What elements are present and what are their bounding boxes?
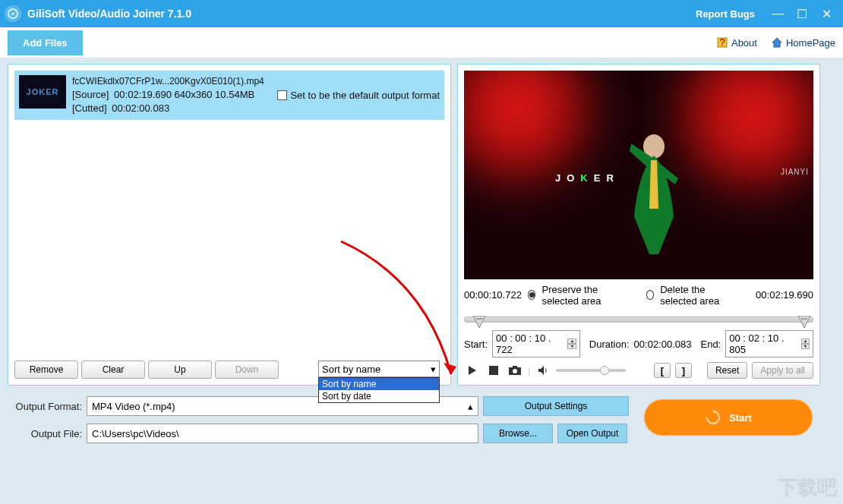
sort-option-name[interactable]: Sort by name <box>319 378 439 390</box>
toolbar: Add Files ? About HomePage <box>0 27 843 58</box>
chevron-up-icon: ▴ <box>468 401 473 412</box>
start-spin-down[interactable]: ▾ <box>567 344 576 349</box>
delete-label: Delete the selected area <box>660 284 744 307</box>
about-link[interactable]: ? About <box>716 36 757 49</box>
reset-button[interactable]: Reset <box>707 362 747 379</box>
mark-out-button[interactable]: ] <box>675 363 692 378</box>
about-label: About <box>731 37 757 49</box>
add-files-button[interactable]: Add Files <box>8 30 83 55</box>
remove-button[interactable]: Remove <box>14 361 78 379</box>
svg-rect-5 <box>489 366 498 375</box>
preview-figure <box>616 125 692 269</box>
report-bugs-link[interactable]: Report Bugs <box>696 8 755 20</box>
home-icon <box>771 36 783 49</box>
minimize-button[interactable]: — <box>766 7 790 20</box>
apply-all-button[interactable]: Apply to all <box>752 362 813 379</box>
play-button[interactable] <box>464 363 481 378</box>
preview-watermark: JIANYI <box>781 168 809 176</box>
start-marker[interactable] <box>472 316 487 329</box>
output-format-label: Output Format: <box>8 401 82 412</box>
refresh-icon <box>705 409 721 426</box>
end-label: End: <box>700 339 721 350</box>
start-button[interactable]: Start <box>644 399 813 436</box>
homepage-link[interactable]: HomePage <box>771 36 835 49</box>
file-thumbnail: JOKER <box>19 75 66 109</box>
file-name: fcCWIEkdlx07CFrP1w...200KgvX0E010(1).mp4 <box>72 75 271 88</box>
volume-slider[interactable] <box>556 369 626 372</box>
app-logo-icon <box>5 5 21 22</box>
preview-panel: JOKER JIANYI 00:00:10.722 Preserve the s… <box>457 64 820 386</box>
start-label: Start <box>729 412 752 424</box>
svg-text:?: ? <box>719 36 725 48</box>
sort-option-date[interactable]: Sort by date <box>319 390 439 402</box>
end-spin-down[interactable]: ▾ <box>801 344 810 349</box>
start-spin-up[interactable]: ▴ <box>567 339 576 344</box>
timeline-end-time: 00:02:19.690 <box>756 289 813 301</box>
browse-button[interactable]: Browse... <box>483 424 553 443</box>
end-time-input[interactable]: 00 : 02 : 10 . 805▴▾ <box>725 330 813 358</box>
duration-value: 00:02:00.083 <box>634 339 692 350</box>
start-time-input[interactable]: 00 : 00 : 10 . 722▴▾ <box>492 330 580 358</box>
end-spin-up[interactable]: ▴ <box>801 339 810 344</box>
app-title: GiliSoft Video/Audio Joiner 7.1.0 <box>27 8 191 20</box>
titlebar: GiliSoft Video/Audio Joiner 7.1.0 Report… <box>0 0 843 27</box>
page-watermark: 下载吧 <box>778 474 837 501</box>
preserve-label: Preserve the selected area <box>541 284 633 307</box>
output-file-value: C:\Users\pc\Videos\ <box>92 428 179 439</box>
svg-rect-7 <box>513 366 517 368</box>
sort-selected-label: Sort by name <box>322 364 380 375</box>
file-item[interactable]: JOKER fcCWIEkdlx07CFrP1w...200KgvX0E010(… <box>14 71 444 120</box>
up-button[interactable]: Up <box>148 361 212 379</box>
stop-button[interactable] <box>485 363 502 378</box>
default-format-checkbox[interactable] <box>277 90 287 100</box>
volume-knob[interactable] <box>600 366 609 375</box>
output-settings-button[interactable]: Output Settings <box>483 396 629 416</box>
homepage-label: HomePage <box>786 37 835 49</box>
file-list-panel: JOKER fcCWIEkdlx07CFrP1w...200KgvX0E010(… <box>8 64 451 386</box>
close-button[interactable]: ✕ <box>814 7 838 21</box>
about-icon: ? <box>716 36 728 49</box>
sort-dropdown: Sort by name Sort by date <box>318 377 440 403</box>
open-output-button[interactable]: Open Output <box>557 424 627 443</box>
output-format-value: MP4 Video (*.mp4) <box>92 401 175 412</box>
end-marker[interactable] <box>797 316 812 329</box>
volume-icon[interactable] <box>535 363 551 378</box>
file-source-line: [Source] 00:02:19.690 640x360 10.54MB <box>72 88 271 102</box>
svg-point-8 <box>513 369 517 373</box>
delete-radio[interactable] <box>646 290 655 300</box>
maximize-button[interactable]: ☐ <box>790 7 814 21</box>
timeline-track[interactable] <box>464 310 813 329</box>
output-file-label: Output File: <box>8 428 82 439</box>
output-file-input[interactable]: C:\Users\pc\Videos\ <box>87 424 478 443</box>
mark-in-button[interactable]: [ <box>654 363 671 378</box>
chevron-down-icon: ▾ <box>431 364 436 375</box>
sort-select[interactable]: Sort by name ▾ <box>318 361 440 377</box>
file-cutted-line: [Cutted] 00:02:00.083 <box>72 102 271 115</box>
clear-button[interactable]: Clear <box>81 361 145 379</box>
start-label: Start: <box>464 339 488 350</box>
video-preview[interactable]: JOKER JIANYI <box>464 71 813 279</box>
down-button[interactable]: Down <box>215 361 279 379</box>
preview-overlay-text: JOKER <box>555 153 620 189</box>
svg-point-1 <box>12 13 14 15</box>
timeline-start-time: 00:00:10.722 <box>464 289 522 301</box>
preserve-radio[interactable] <box>528 290 536 300</box>
duration-label: Duration: <box>589 339 630 350</box>
snapshot-button[interactable] <box>507 363 523 378</box>
default-format-label: Set to be the default output format <box>290 90 440 101</box>
file-list-area <box>14 120 444 356</box>
